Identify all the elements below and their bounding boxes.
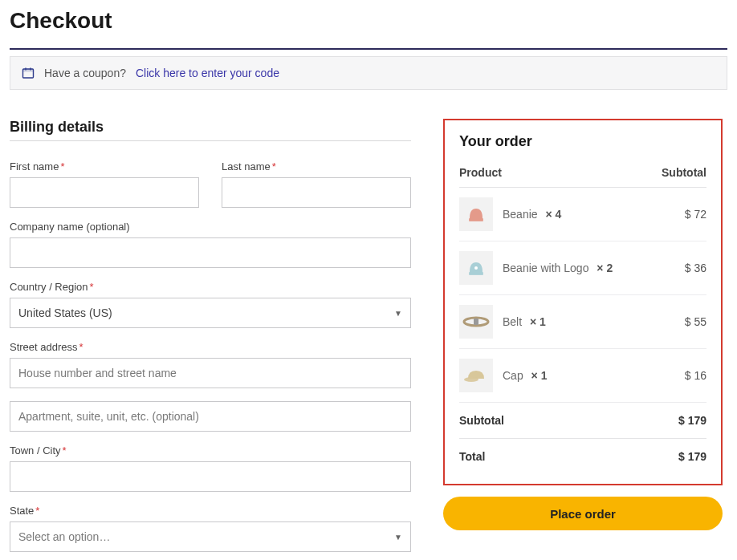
svg-rect-4 bbox=[469, 218, 483, 221]
place-order-button[interactable]: Place order bbox=[443, 497, 723, 530]
product-subtotal: $ 36 bbox=[685, 262, 706, 274]
total-value: $ 179 bbox=[678, 450, 706, 463]
order-item: Beanie × 4$ 72 bbox=[459, 188, 706, 241]
country-label: Country / Region* bbox=[10, 281, 411, 293]
country-value: United States (US) bbox=[18, 306, 112, 319]
product-qty: × 2 bbox=[597, 262, 613, 274]
order-col-product: Product bbox=[459, 166, 502, 179]
divider bbox=[10, 48, 727, 50]
svg-rect-1 bbox=[23, 69, 34, 72]
coupon-icon bbox=[22, 67, 35, 79]
required-mark: * bbox=[63, 444, 67, 457]
product-qty: × 4 bbox=[545, 208, 561, 221]
state-select[interactable]: Select an option… ▼ bbox=[10, 521, 411, 552]
product-name: Cap × 1 bbox=[503, 369, 675, 382]
product-qty: × 1 bbox=[530, 315, 546, 328]
required-mark: * bbox=[60, 160, 64, 172]
product-thumb bbox=[459, 359, 493, 392]
subtotal-value: $ 179 bbox=[678, 414, 706, 427]
street-label: Street address* bbox=[10, 341, 411, 353]
product-thumb bbox=[459, 251, 493, 285]
svg-point-6 bbox=[474, 266, 478, 270]
state-placeholder: Select an option… bbox=[18, 530, 110, 543]
subtotal-label: Subtotal bbox=[459, 414, 504, 427]
coupon-prompt: Have a coupon? bbox=[44, 67, 126, 79]
svg-rect-5 bbox=[469, 272, 483, 275]
required-mark: * bbox=[35, 505, 39, 517]
required-mark: * bbox=[272, 160, 276, 172]
company-label: Company name (optional) bbox=[10, 221, 411, 233]
svg-rect-8 bbox=[474, 319, 478, 325]
last-name-label: Last name* bbox=[222, 160, 411, 172]
product-name: Beanie with Logo × 2 bbox=[503, 262, 675, 274]
product-name: Beanie × 4 bbox=[503, 208, 675, 221]
product-name: Belt × 1 bbox=[503, 315, 675, 328]
order-col-subtotal: Subtotal bbox=[662, 166, 706, 179]
town-label: Town / City* bbox=[10, 444, 411, 457]
street1-input[interactable] bbox=[10, 358, 411, 388]
product-qty: × 1 bbox=[531, 369, 548, 382]
town-input[interactable] bbox=[10, 461, 411, 492]
billing-heading: Billing details bbox=[10, 119, 411, 141]
coupon-link[interactable]: Click here to enter your code bbox=[136, 67, 279, 79]
street2-input[interactable] bbox=[10, 401, 411, 432]
country-select[interactable]: United States (US) ▼ bbox=[10, 298, 411, 328]
coupon-bar: Have a coupon? Click here to enter your … bbox=[10, 56, 727, 90]
state-label: State* bbox=[10, 505, 411, 517]
first-name-label: First name* bbox=[10, 160, 199, 172]
page-title: Checkout bbox=[10, 8, 727, 34]
billing-section: Billing details First name* Last name* C… bbox=[10, 119, 411, 560]
chevron-down-icon: ▼ bbox=[394, 533, 402, 542]
order-box: Your order Product Subtotal Beanie × 4$ … bbox=[443, 119, 723, 485]
order-sidebar: Your order Product Subtotal Beanie × 4$ … bbox=[443, 119, 723, 530]
first-name-input[interactable] bbox=[10, 177, 199, 208]
product-thumb bbox=[459, 197, 493, 231]
last-name-input[interactable] bbox=[222, 177, 411, 208]
product-subtotal: $ 55 bbox=[685, 315, 706, 328]
required-mark: * bbox=[90, 281, 94, 293]
product-thumb bbox=[459, 305, 493, 339]
chevron-down-icon: ▼ bbox=[394, 309, 402, 318]
order-heading: Your order bbox=[459, 133, 706, 150]
product-subtotal: $ 72 bbox=[685, 208, 706, 221]
required-mark: * bbox=[79, 341, 83, 353]
total-label: Total bbox=[459, 450, 485, 463]
company-input[interactable] bbox=[10, 237, 411, 268]
product-subtotal: $ 16 bbox=[685, 369, 706, 382]
order-item: Beanie with Logo × 2$ 36 bbox=[459, 241, 706, 295]
order-item: Cap × 1$ 16 bbox=[459, 349, 706, 403]
order-item: Belt × 1$ 55 bbox=[459, 295, 706, 349]
svg-point-9 bbox=[464, 377, 478, 382]
